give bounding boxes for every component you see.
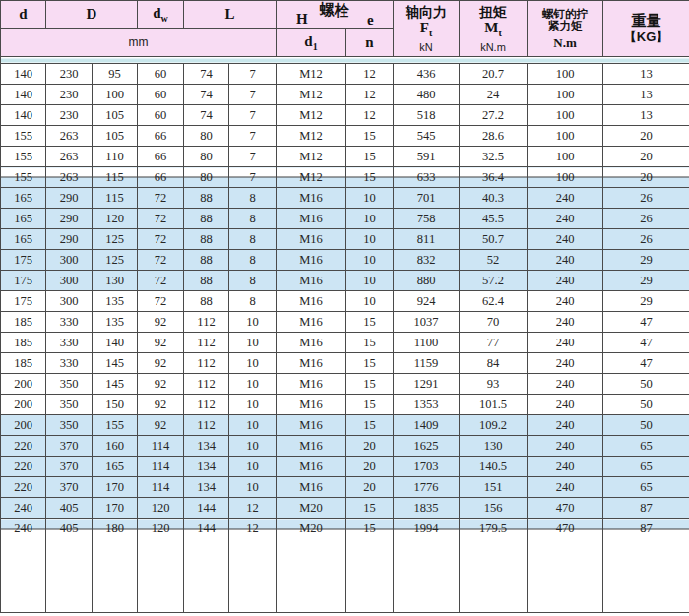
table-cell: 36.4 [460, 167, 528, 188]
torque-title: 扭矩 [479, 4, 507, 20]
table-cell: 88 [184, 271, 229, 291]
table-cell: 65 [603, 477, 689, 498]
header-H: H [296, 11, 308, 28]
table-cell: 240 [528, 374, 603, 395]
table-cell: 145 [93, 353, 138, 374]
table-cell: 29 [603, 250, 689, 271]
table-cell: 88 [184, 229, 229, 250]
table-cell: 70 [460, 312, 528, 333]
table-cell: 12 [229, 498, 277, 519]
table-cell: 185 [1, 312, 46, 333]
table-cell: 220 [1, 457, 46, 477]
table-row: 14023010560747M121251827.210013 [1, 105, 689, 126]
table-cell: 60 [138, 105, 184, 126]
table-cell: 240 [528, 333, 603, 353]
header-row-1: d D dw L H 螺栓 e 轴向力 Ft kN 扭矩 Mt kN.m [1, 1, 689, 29]
table-cell: 633 [394, 167, 460, 188]
empty-cell [460, 538, 528, 613]
table-cell: 144 [184, 498, 229, 519]
table-cell: 405 [46, 498, 93, 519]
table-row: 22037017011413410M1620177615124065 [1, 477, 689, 498]
table-cell: 12 [346, 64, 394, 85]
table-cell: 8 [229, 250, 277, 271]
torque-symbol: Mt [484, 20, 502, 41]
table-cell: 370 [46, 477, 93, 498]
header-bolt-group: H 螺栓 e [277, 1, 394, 29]
table-cell: 100 [528, 147, 603, 167]
table-cell: 101.5 [460, 395, 528, 415]
axial-unit: kN [419, 41, 432, 54]
table-cell: 1776 [394, 477, 460, 498]
table-cell: 80 [184, 147, 229, 167]
header-torque: 扭矩 Mt kN.m [460, 1, 528, 57]
table-cell: 95 [93, 64, 138, 85]
tightening-title-line2: 紧力矩 [548, 20, 583, 32]
header-tightening-torque: 螺钉的拧 紧力矩 N.m [528, 1, 603, 57]
table-cell: 10 [346, 271, 394, 291]
table-cell: 290 [46, 188, 93, 209]
table-cell: 29 [603, 291, 689, 312]
table-cell: 200 [1, 415, 46, 436]
table-cell: 50 [603, 415, 689, 436]
table-cell: 140 [1, 64, 46, 85]
table-cell: 1353 [394, 395, 460, 415]
table-cell: 72 [138, 291, 184, 312]
table-cell: 518 [394, 105, 460, 126]
empty-cell [229, 538, 277, 613]
table-cell: 20 [603, 167, 689, 188]
table-cell: 7 [229, 167, 277, 188]
empty-cell [603, 538, 689, 613]
table-cell: 185 [1, 353, 46, 374]
table-cell: M16 [277, 312, 346, 333]
table-cell: 135 [93, 291, 138, 312]
table-cell: 10 [229, 457, 277, 477]
header-dw: dw [138, 1, 184, 29]
table-cell: 47 [603, 353, 689, 374]
table-cell: 436 [394, 64, 460, 85]
table-cell: 72 [138, 209, 184, 229]
table-cell: 120 [138, 519, 184, 539]
table-row: 16529011572888M161070140.324026 [1, 188, 689, 209]
table-cell: 84 [460, 353, 528, 374]
table-cell: 74 [184, 64, 229, 85]
table-cell: 240 [528, 209, 603, 229]
table-cell: 100 [528, 105, 603, 126]
table-cell: 114 [138, 477, 184, 498]
table-cell: M12 [277, 105, 346, 126]
table-row: 1853301359211210M161510377024047 [1, 312, 689, 333]
table-cell: 60 [138, 85, 184, 105]
table-cell: 230 [46, 64, 93, 85]
empty-cell [93, 538, 138, 613]
table-cell: 350 [46, 395, 93, 415]
table-cell: M16 [277, 436, 346, 457]
table-cell: M16 [277, 229, 346, 250]
table-cell: 240 [528, 477, 603, 498]
table-cell: 134 [184, 477, 229, 498]
table-cell: 263 [46, 126, 93, 147]
table-cell: 156 [460, 498, 528, 519]
header-bolt-label: 螺栓 [320, 1, 349, 20]
table-row: 15526311066807M121559132.510020 [1, 147, 689, 167]
table-cell: 10 [229, 333, 277, 353]
header-dw-base: d [153, 5, 160, 21]
table-cell: 185 [1, 333, 46, 353]
header-d: d [1, 1, 46, 29]
table-cell: 10 [229, 374, 277, 395]
table-cell: 7 [229, 85, 277, 105]
table-cell: 47 [603, 312, 689, 333]
table-cell: 330 [46, 353, 93, 374]
table-cell: 1037 [394, 312, 460, 333]
table-cell: 13 [603, 64, 689, 85]
table-cell: 165 [1, 188, 46, 209]
table-cell: 10 [229, 477, 277, 498]
table-cell: 65 [603, 457, 689, 477]
tightening-title-line1: 螺钉的拧 [542, 8, 588, 21]
table-cell: 27.2 [460, 105, 528, 126]
table-footer [1, 538, 689, 613]
table-cell: 350 [46, 374, 93, 395]
table-cell: 92 [138, 415, 184, 436]
table-cell: 832 [394, 250, 460, 271]
empty-cell [277, 538, 346, 613]
table-cell: 10 [229, 415, 277, 436]
table-cell: 155 [1, 167, 46, 188]
